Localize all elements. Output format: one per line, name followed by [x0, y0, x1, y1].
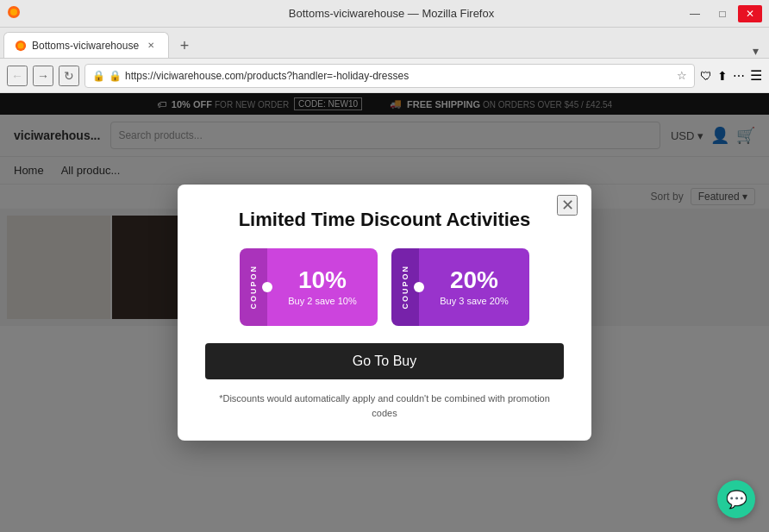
coupon-20-percent: COUPON 20% Buy 3 save 20% — [391, 248, 529, 326]
url-bar[interactable]: 🔒 🔒 https://viciwarehouse.com/products?h… — [84, 64, 695, 88]
coupon-percent-1: 10% — [298, 268, 347, 292]
coupon-notch-1 — [262, 282, 272, 292]
coupon-10-percent: COUPON 10% Buy 2 save 10% — [240, 248, 378, 326]
coupon-percent-2: 20% — [450, 268, 498, 292]
back-button[interactable]: ← — [7, 66, 28, 86]
coupon-label-2: COUPON — [401, 265, 410, 310]
tab-list-button[interactable]: ▾ — [753, 44, 759, 58]
maximize-button[interactable]: □ — [710, 5, 735, 22]
coupon-left-1: COUPON — [240, 248, 267, 326]
coupon-desc-1: Buy 2 save 10% — [288, 296, 357, 306]
forward-button[interactable]: → — [33, 66, 53, 86]
website-content: 🏷 10% OFF FOR NEW ORDER CODE: NEW10 🚚 FR… — [0, 93, 769, 532]
browser-titlebar: Bottoms-viciwarehouse — Mozilla Firefox … — [0, 0, 769, 28]
share-icon[interactable]: ⬆ — [717, 69, 728, 83]
browser-title: Bottoms-viciwarehouse — Mozilla Firefox — [21, 7, 762, 20]
modal-close-button[interactable]: ✕ — [557, 195, 578, 216]
new-tab-button[interactable]: + — [172, 34, 197, 58]
coupon-right-2: 20% Buy 3 save 20% — [419, 248, 529, 326]
active-tab[interactable]: Bottoms-viciwarehouse ✕ — [3, 32, 169, 58]
bookmark-icon[interactable]: ☆ — [677, 69, 687, 82]
disclaimer-text: *Discounts would automatically apply and… — [205, 391, 564, 420]
minimize-button[interactable]: — — [683, 5, 707, 22]
tab-favicon — [15, 40, 27, 52]
window-controls: — □ ✕ — [683, 5, 762, 22]
browser-favicon — [7, 5, 21, 22]
svg-point-3 — [18, 42, 24, 48]
coupon-right-1: 10% Buy 2 save 10% — [267, 248, 378, 326]
menu-button[interactable]: ☰ — [750, 67, 762, 84]
tab-label: Bottoms-viciwarehouse — [32, 40, 139, 52]
coupon-notch-2 — [414, 282, 424, 292]
address-bar-icons: 🛡 ⬆ ⋯ ☰ — [700, 67, 762, 84]
coupon-desc-2: Buy 3 save 20% — [440, 296, 509, 306]
tab-close-button[interactable]: ✕ — [144, 39, 158, 53]
coupon-label-1: COUPON — [249, 265, 258, 310]
shield-icon[interactable]: 🛡 — [700, 69, 712, 83]
close-button[interactable]: ✕ — [738, 5, 762, 22]
modal-title: Limited Time Discount Activities — [205, 209, 564, 231]
connection-icon: 🔒 — [92, 70, 105, 82]
url-text: https://viciwarehouse.com/products?handl… — [125, 70, 673, 82]
https-indicator: 🔒 — [109, 70, 122, 82]
tab-bar-right: ▾ — [753, 44, 766, 58]
discount-modal: ✕ Limited Time Discount Activities COUPO… — [178, 185, 591, 441]
goto-buy-button[interactable]: Go To Buy — [205, 343, 564, 379]
chat-icon: 💬 — [726, 489, 747, 510]
coupon-row: COUPON 10% Buy 2 save 10% COUPON — [205, 248, 564, 326]
extensions-button[interactable]: ⋯ — [733, 69, 745, 83]
refresh-button[interactable]: ↻ — [59, 66, 79, 86]
svg-point-1 — [10, 9, 17, 16]
address-bar: ← → ↻ 🔒 🔒 https://viciwarehouse.com/prod… — [0, 59, 769, 93]
chat-button[interactable]: 💬 — [717, 480, 755, 518]
coupon-left-2: COUPON — [391, 248, 419, 326]
tab-bar: Bottoms-viciwarehouse ✕ + ▾ — [0, 28, 769, 59]
modal-overlay: ✕ Limited Time Discount Activities COUPO… — [0, 93, 769, 532]
